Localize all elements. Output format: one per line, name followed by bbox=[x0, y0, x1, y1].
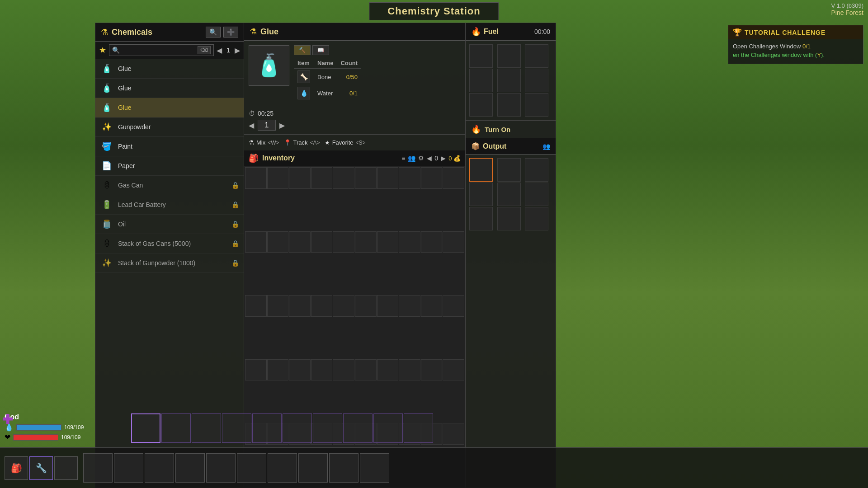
inv-slot-37[interactable] bbox=[399, 359, 420, 381]
inv-slot-25[interactable] bbox=[355, 295, 377, 317]
output-slot-3[interactable] bbox=[469, 183, 493, 206]
hotbar-slot-1[interactable] bbox=[114, 453, 143, 483]
chemical-item-0[interactable]: 🧴 Glue bbox=[95, 59, 244, 79]
fuel-slot-8[interactable] bbox=[525, 93, 548, 117]
inv-slot-10[interactable] bbox=[245, 231, 267, 253]
hotbar-slot-0[interactable] bbox=[83, 453, 113, 483]
fuel-slot-0[interactable] bbox=[469, 44, 493, 68]
fuel-slot-6[interactable] bbox=[469, 93, 493, 117]
inv-slot-22[interactable] bbox=[289, 295, 311, 317]
fuel-slot-3[interactable] bbox=[469, 69, 493, 92]
hotbar-slot-4[interactable] bbox=[206, 453, 236, 483]
inv-slot-35[interactable] bbox=[355, 359, 377, 381]
inv-slot-21[interactable] bbox=[267, 295, 289, 317]
inv-slot-5[interactable] bbox=[355, 167, 377, 189]
turn-on-button[interactable]: Turn On bbox=[485, 126, 510, 133]
inv-slot-30[interactable] bbox=[245, 359, 267, 381]
inv-slot-34[interactable] bbox=[333, 359, 354, 381]
recipe-tab-book[interactable]: 📖 bbox=[312, 45, 329, 55]
quickbar-slot-8[interactable] bbox=[373, 413, 403, 443]
output-slot-2[interactable] bbox=[525, 158, 548, 182]
fuel-slot-1[interactable] bbox=[497, 44, 521, 68]
magnify-btn[interactable]: 🔍 bbox=[206, 27, 221, 38]
inv-sort-btn[interactable]: ≡ bbox=[401, 155, 405, 162]
inv-slot-9[interactable] bbox=[443, 167, 464, 189]
hotbar-slot-5[interactable] bbox=[237, 453, 266, 483]
inv-slot-38[interactable] bbox=[421, 359, 443, 381]
quickbar-slot-0[interactable] bbox=[131, 413, 160, 443]
quickbar-slot-5[interactable] bbox=[283, 413, 312, 443]
chemical-item-7[interactable]: 🔋 Lead Car Battery 🔒 bbox=[95, 195, 244, 215]
inv-filter-btn[interactable]: ⚙ bbox=[418, 155, 424, 162]
favorite-btn[interactable]: ★ Favorite <S> bbox=[325, 137, 366, 148]
inv-slot-27[interactable] bbox=[399, 295, 420, 317]
qty-next-btn[interactable]: ▶ bbox=[235, 46, 240, 55]
inv-slot-2[interactable] bbox=[289, 167, 311, 189]
inv-slot-4[interactable] bbox=[333, 167, 354, 189]
inv-slot-32[interactable] bbox=[289, 359, 311, 381]
output-action-btn[interactable]: 👥 bbox=[542, 143, 550, 150]
inv-slot-6[interactable] bbox=[377, 167, 399, 189]
quickbar-slot-6[interactable] bbox=[313, 413, 342, 443]
chemical-item-3[interactable]: ✨ Gunpowder bbox=[95, 117, 244, 137]
output-slot-0[interactable] bbox=[469, 158, 493, 182]
inv-slot-16[interactable] bbox=[377, 231, 399, 253]
fuel-slot-5[interactable] bbox=[525, 69, 548, 92]
output-slot-1[interactable] bbox=[497, 158, 521, 182]
chemical-item-9[interactable]: 🛢 Stack of Gas Cans (5000) 🔒 bbox=[95, 234, 244, 253]
hotbar-slot-2[interactable] bbox=[145, 453, 174, 483]
output-slot-5[interactable] bbox=[525, 183, 548, 206]
inv-slot-12[interactable] bbox=[289, 231, 311, 253]
favorites-star[interactable]: ★ bbox=[99, 45, 106, 55]
inv-slot-3[interactable] bbox=[311, 167, 333, 189]
hotbar-slot-8[interactable] bbox=[329, 453, 359, 483]
quickbar-slot-3[interactable] bbox=[222, 413, 251, 443]
quickbar-slot-7[interactable] bbox=[343, 413, 373, 443]
inv-slot-11[interactable] bbox=[267, 231, 289, 253]
medical-btn[interactable]: ➕ bbox=[223, 27, 238, 38]
quickbar-slot-2[interactable] bbox=[192, 413, 221, 443]
inv-slot-28[interactable] bbox=[421, 295, 443, 317]
inv-slot-24[interactable] bbox=[333, 295, 354, 317]
chemical-item-4[interactable]: 🪣 Paint bbox=[95, 137, 244, 156]
inv-slot-19[interactable] bbox=[443, 231, 464, 253]
chemical-item-1[interactable]: 🧴 Glue bbox=[95, 79, 244, 98]
output-slot-7[interactable] bbox=[497, 207, 521, 230]
fuel-slot-2[interactable] bbox=[525, 44, 548, 68]
output-slot-4[interactable] bbox=[497, 183, 521, 206]
inv-slot-31[interactable] bbox=[267, 359, 289, 381]
craft-qty-prev[interactable]: ◀ bbox=[249, 121, 254, 130]
output-slot-8[interactable] bbox=[525, 207, 548, 230]
chemical-item-5[interactable]: 📄 Paper bbox=[95, 156, 244, 176]
inv-slot-15[interactable] bbox=[355, 231, 377, 253]
hotbar-slot-7[interactable] bbox=[298, 453, 328, 483]
inv-prev-btn[interactable]: ◀ bbox=[427, 155, 432, 162]
inv-group-btn[interactable]: 👥 bbox=[408, 155, 415, 162]
inv-slot-14[interactable] bbox=[333, 231, 354, 253]
inv-slot-29[interactable] bbox=[443, 295, 464, 317]
hotbar-slot-3[interactable] bbox=[175, 453, 205, 483]
inv-slot-7[interactable] bbox=[399, 167, 420, 189]
inv-slot-23[interactable] bbox=[311, 295, 333, 317]
recipe-tab-hammer[interactable]: 🔨 bbox=[294, 45, 311, 55]
hotbar-item-slot[interactable] bbox=[54, 456, 78, 480]
output-slot-6[interactable] bbox=[469, 207, 493, 230]
inv-slot-0[interactable] bbox=[245, 167, 267, 189]
mix-btn[interactable]: ⚗ Mix <W> bbox=[249, 137, 279, 148]
inv-slot-8[interactable] bbox=[421, 167, 443, 189]
chemical-item-8[interactable]: 🫙 Oil 🔒 bbox=[95, 215, 244, 234]
quickbar-slot-1[interactable] bbox=[161, 413, 191, 443]
clear-search-btn[interactable]: ⌫ bbox=[198, 46, 211, 54]
inv-slot-20[interactable] bbox=[245, 295, 267, 317]
inv-slot-36[interactable] bbox=[377, 359, 399, 381]
inv-slot-33[interactable] bbox=[311, 359, 333, 381]
fuel-slot-7[interactable] bbox=[497, 93, 521, 117]
inv-slot-26[interactable] bbox=[377, 295, 399, 317]
quickbar-slot-9[interactable] bbox=[404, 413, 433, 443]
inv-next-btn[interactable]: ▶ bbox=[441, 155, 446, 162]
fuel-slot-4[interactable] bbox=[497, 69, 521, 92]
chemical-item-2[interactable]: 🧴 Glue bbox=[95, 98, 244, 117]
inv-slot-1[interactable] bbox=[267, 167, 289, 189]
craft-qty-next[interactable]: ▶ bbox=[279, 121, 285, 130]
hotbar-slot-9[interactable] bbox=[360, 453, 389, 483]
